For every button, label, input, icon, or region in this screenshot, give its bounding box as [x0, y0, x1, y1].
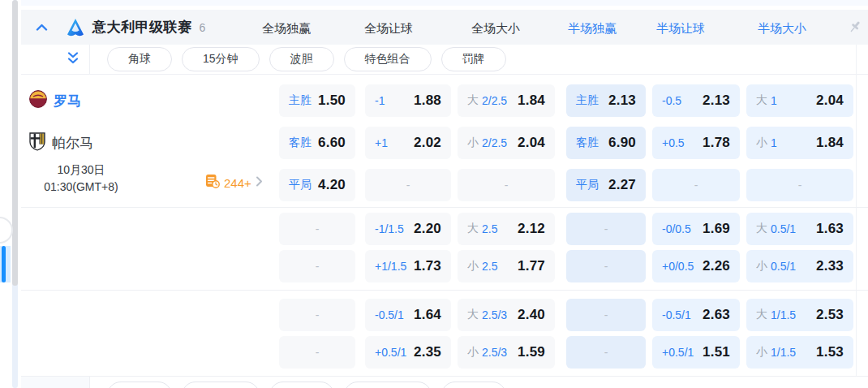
odds-cell-r1-c5[interactable]: -0.52.13: [652, 84, 740, 117]
odds-cell-r6-c3[interactable]: 大2.5/32.40: [458, 299, 555, 331]
filter-pill-1[interactable]: 角球: [107, 382, 172, 388]
pin-icon[interactable]: [848, 19, 862, 34]
odds-empty: -: [566, 308, 646, 321]
filter-pill-2[interactable]: 15分钟: [182, 47, 260, 71]
odds-cell-r7-c1[interactable]: -: [279, 336, 355, 369]
odds-value: 1.59: [518, 344, 545, 360]
odds-value: 2.63: [703, 307, 730, 323]
filter-pill-3[interactable]: 波胆: [269, 47, 334, 71]
odds-cell-r7-c5[interactable]: +0.5/11.51: [652, 336, 740, 369]
odds-cell-r6-c5[interactable]: -0.5/12.63: [652, 299, 740, 331]
match-time: 01:30(GMT+8): [36, 179, 127, 196]
odds-cell-r3-c6[interactable]: -: [746, 169, 853, 201]
scrollbar-thumb[interactable]: [12, 0, 18, 286]
odds-cell-r4-c4[interactable]: -: [566, 213, 646, 245]
odds-value: 6.60: [318, 135, 346, 151]
odds-cell-r1-c3[interactable]: 大2/2.51.84: [458, 84, 555, 117]
odds-cell-r4-c1[interactable]: -: [279, 213, 355, 245]
odds-cell-r3-c4[interactable]: 平局2.27: [566, 169, 646, 201]
odds-cell-r6-c6[interactable]: 大1/1.52.53: [746, 299, 853, 331]
next-section-divider: [89, 377, 90, 388]
collapse-chevron-icon[interactable]: [32, 19, 50, 37]
odds-prefix: 小: [467, 259, 479, 274]
floating-button[interactable]: [0, 217, 13, 244]
odds-cell-r7-c3[interactable]: 小2.5/31.59: [458, 336, 555, 369]
odds-prefix: 大: [467, 222, 479, 236]
odds-value: 1.88: [414, 93, 441, 109]
separator: [21, 290, 868, 291]
market-header-6: 半场大小: [758, 21, 806, 37]
odds-cell-r6-c4[interactable]: -: [566, 299, 646, 331]
odds-cell-r4-c3[interactable]: 大2.52.12: [458, 213, 555, 245]
next-section-gutter: [21, 377, 89, 388]
odds-cell-r1-c2[interactable]: -11.88: [365, 84, 451, 117]
market-header-3: 全场大小: [471, 21, 520, 37]
filter-pill-3[interactable]: 波胆: [269, 382, 334, 388]
odds-cell-r4-c5[interactable]: -0/0.51.69: [652, 213, 740, 245]
odds-value: 2.26: [703, 258, 730, 274]
filter-pill-1[interactable]: 角球: [107, 47, 172, 71]
more-markets-link[interactable]: 244+: [205, 175, 263, 191]
odds-label: 2.5: [482, 222, 497, 235]
chevron-right-icon: [256, 175, 263, 190]
home-team-row[interactable]: 罗马: [29, 92, 81, 110]
odds-value: 2.27: [608, 177, 636, 193]
filter-pill-5[interactable]: 罚牌: [441, 47, 506, 71]
odds-label: -0.5/1: [375, 308, 404, 321]
market-header-4: 半场独赢: [568, 21, 617, 37]
odds-cell-r2-c6[interactable]: 小11.84: [746, 127, 853, 159]
odds-cell-r7-c6[interactable]: 小1/1.51.53: [746, 336, 853, 369]
odds-label: 2/2.5: [482, 94, 507, 107]
odds-value: 1.84: [816, 135, 844, 151]
odds-cell-r2-c2[interactable]: +12.02: [365, 127, 451, 159]
odds-cell-r6-c2[interactable]: -0.5/11.64: [365, 299, 451, 331]
odds-cell-r2-c3[interactable]: 小2/2.52.04: [458, 127, 555, 159]
active-indicator-bar: [2, 246, 6, 282]
separator: [21, 74, 868, 75]
odds-cell-r5-c4[interactable]: -: [566, 250, 646, 282]
away-team-row[interactable]: 帕尔马: [29, 134, 93, 152]
odds-cell-r5-c6[interactable]: 小0.5/12.33: [746, 250, 853, 282]
odds-cell-r6-c1[interactable]: -: [279, 299, 355, 331]
odds-label: -1: [375, 94, 385, 107]
odds-prefix: 小: [756, 345, 767, 360]
odds-empty: -: [279, 260, 355, 273]
odds-label: 主胜: [289, 93, 312, 108]
odds-cell-r5-c3[interactable]: 小2.51.77: [458, 250, 555, 282]
odds-empty: -: [652, 179, 740, 192]
odds-cell-r7-c2[interactable]: +0.5/12.35: [365, 336, 451, 369]
odds-cell-r3-c1[interactable]: 平局4.20: [279, 169, 355, 201]
odds-label: 客胜: [576, 136, 599, 150]
odds-cell-r3-c5[interactable]: -: [652, 169, 740, 201]
odds-cell-r1-c1[interactable]: 主胜1.50: [279, 84, 355, 117]
odds-label: +0.5: [662, 136, 685, 149]
odds-value: 2.12: [518, 221, 545, 237]
odds-cell-r2-c1[interactable]: 客胜6.60: [279, 127, 355, 159]
odds-cell-r2-c4[interactable]: 客胜6.90: [566, 127, 646, 159]
filter-pill-2[interactable]: 15分钟: [182, 382, 260, 388]
odds-empty: -: [365, 179, 451, 192]
odds-prefix: 大: [756, 93, 767, 108]
odds-cell-r1-c6[interactable]: 大12.04: [746, 84, 853, 117]
odds-label: 主胜: [576, 93, 599, 108]
expand-double-chevron-icon[interactable]: [65, 50, 81, 66]
odds-label: 1: [771, 94, 777, 107]
filter-pill-4[interactable]: 特色组合: [344, 47, 432, 71]
odds-cell-r5-c5[interactable]: +0/0.52.26: [652, 250, 740, 282]
odds-cell-r4-c2[interactable]: -1/1.52.20: [365, 213, 451, 245]
filter-pill-5[interactable]: 罚牌: [441, 382, 506, 388]
odds-cell-r3-c3[interactable]: -: [458, 169, 555, 201]
odds-cell-r1-c4[interactable]: 主胜2.13: [566, 84, 646, 117]
odds-empty: -: [279, 308, 355, 321]
parma-logo-icon: [29, 132, 45, 154]
filter-pill-4[interactable]: 特色组合: [344, 382, 432, 388]
odds-value: 2.13: [608, 93, 636, 109]
odds-cell-r5-c2[interactable]: +1/1.51.73: [365, 250, 451, 282]
odds-cell-r2-c5[interactable]: +0.51.78: [652, 127, 740, 159]
odds-label: -0/0.5: [662, 222, 691, 235]
odds-cell-r5-c1[interactable]: -: [279, 250, 355, 282]
odds-cell-r3-c2[interactable]: -: [365, 169, 451, 201]
odds-cell-r4-c6[interactable]: 大0.5/11.63: [746, 213, 853, 245]
odds-label: 1: [771, 136, 777, 149]
odds-cell-r7-c4[interactable]: -: [566, 336, 646, 369]
